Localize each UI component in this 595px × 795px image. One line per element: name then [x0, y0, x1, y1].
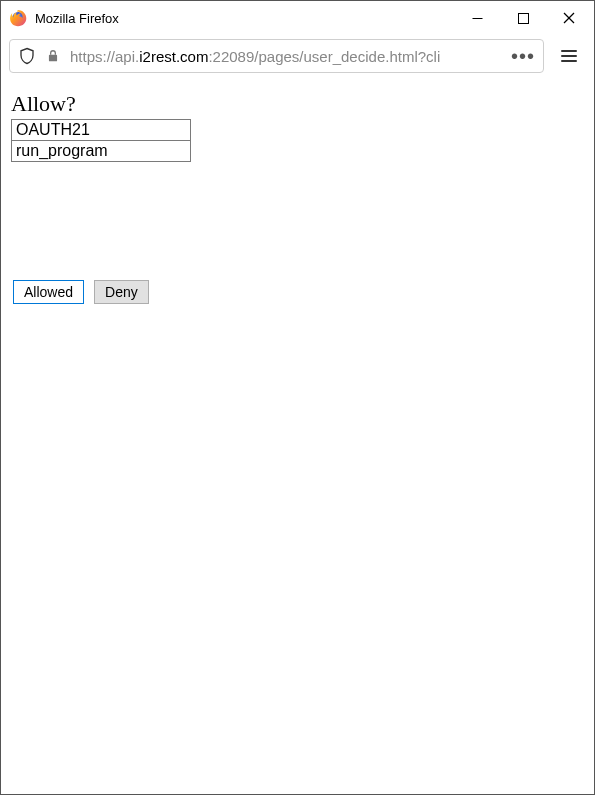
page-heading: Allow? [11, 91, 584, 117]
browser-toolbar: https://api.i2rest.com:22089/pages/user_… [1, 35, 594, 81]
svg-rect-5 [49, 55, 57, 61]
hamburger-menu-button[interactable] [552, 39, 586, 73]
lock-icon[interactable] [46, 49, 60, 63]
url-sub: api. [115, 48, 139, 65]
maximize-button[interactable] [500, 1, 546, 35]
allowed-button[interactable]: Allowed [13, 280, 84, 304]
scope-cell: OAUTH21 [12, 120, 191, 141]
url-domain: i2rest.com [139, 48, 208, 65]
table-row: run_program [12, 141, 191, 162]
table-row: OAUTH21 [12, 120, 191, 141]
firefox-icon [9, 9, 27, 27]
scope-table: OAUTH21 run_program [11, 119, 191, 162]
url-path: /pages/user_decide.html?cli [254, 48, 440, 65]
tracking-protection-icon[interactable] [18, 47, 36, 65]
window-controls [454, 1, 592, 35]
url-proto: https:// [70, 48, 115, 65]
url-text: https://api.i2rest.com:22089/pages/user_… [70, 48, 505, 65]
minimize-button[interactable] [454, 1, 500, 35]
button-row: Allowed Deny [11, 280, 584, 304]
window-title: Mozilla Firefox [35, 11, 454, 26]
svg-rect-2 [518, 13, 528, 23]
deny-button[interactable]: Deny [94, 280, 149, 304]
window-titlebar: Mozilla Firefox [1, 1, 594, 35]
address-bar[interactable]: https://api.i2rest.com:22089/pages/user_… [9, 39, 544, 73]
url-port: :22089 [208, 48, 254, 65]
scope-cell: run_program [12, 141, 191, 162]
page-actions-icon[interactable]: ••• [511, 51, 535, 61]
page-content: Allow? OAUTH21 run_program Allowed Deny [1, 81, 594, 314]
close-button[interactable] [546, 1, 592, 35]
